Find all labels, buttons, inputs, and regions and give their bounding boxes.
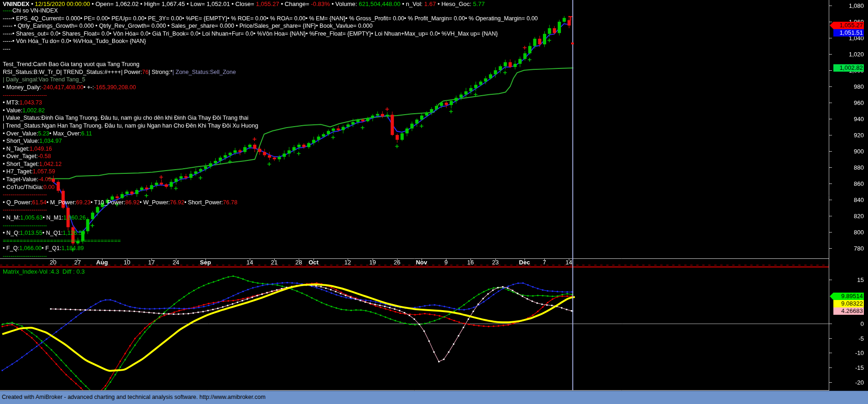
overlay-segment: ----- • Qtrly_Earings_Growth= 0.000 • Qt…	[3, 23, 373, 29]
price-tick-label: 820	[833, 213, 864, 220]
quote-segment: •	[30, 0, 35, 7]
quote-segment: • Heso_Goc:	[436, 0, 473, 7]
overlay-line: -----------------------	[3, 206, 538, 214]
date-tick-day: 21	[271, 259, 277, 266]
quote-segment: 12/15/2020 00:00:00	[35, 0, 90, 7]
overlay-segment: -165,390,208.00	[94, 84, 136, 91]
price-tick-label: 960	[833, 99, 864, 106]
amibroker-window: VNINDEX • 12/15/2020 00:00:00 • Open= 1,…	[0, 0, 868, 404]
overlay-segment: | Strong:*	[149, 69, 173, 75]
indicator-tick-label: -10	[833, 349, 864, 356]
overlay-segment: 76.92	[170, 199, 184, 206]
date-tick-day: 17	[148, 259, 155, 266]
overlay-line: • F_Q:1,066.00• F_Q1:1,184.89	[3, 245, 538, 252]
overlay-segment: | Daily_singal:Vao Trend Tang_5	[3, 76, 85, 83]
overlay-segment: 6.11	[81, 130, 92, 137]
overlay-segment: -----------------------	[3, 222, 47, 229]
overlay-line: • N_M:1,005.63• N_M1:1,060.26	[3, 214, 538, 222]
price-axis[interactable]: 1,0801,0601,0401,0201,000980960940920900…	[830, 0, 868, 391]
overlay-segment: -----------------------	[3, 92, 47, 98]
date-tick-day: 28	[295, 259, 302, 266]
overlay-line	[3, 53, 538, 61]
overlay-segment: 1,013.55	[20, 230, 42, 236]
overlay-segment: 1,060.26	[63, 214, 86, 221]
overlay-line: • Over_Taget:-0.58	[3, 153, 538, 160]
quote-segment: 1,055.27	[256, 0, 279, 7]
overlay-segment: 5.23	[38, 130, 49, 137]
overlay-line: | Value_Status:Đinh Gia Tang Truong. Đâu…	[3, 114, 538, 122]
indicator-value-label: 9.08322	[833, 300, 864, 307]
overlay-segment: 1,057.59	[33, 168, 55, 175]
price-value-label: 1,051.51	[833, 29, 864, 37]
date-tick-month: Nov	[416, 259, 428, 266]
overlay-line: • N_Q:1,013.55• N_Q1:1,126.59	[3, 229, 538, 237]
overlay-line: • Q_Power:61.54• M_Power:69.23• T10_Powe…	[3, 199, 538, 207]
overlay-segment: 1,184.89	[61, 245, 84, 251]
overlay-segment: • N_M:	[3, 214, 20, 221]
status-bar-text: Created with AmiBroker - advanced charti…	[2, 394, 265, 400]
overlay-segment: 1,005.63	[20, 214, 43, 221]
indicator-value-label: 4.26683	[833, 307, 864, 315]
overlay-line: • Short_Taget:1,042.12	[3, 160, 538, 168]
price-tick-label: 880	[833, 164, 864, 171]
indicator-value-label: 9.89514	[833, 293, 864, 300]
price-tick-label: 920	[833, 132, 864, 139]
overlay-segment: • Money_Daily:	[3, 84, 42, 91]
overlay-segment: -----• Vôn Hóa_Tu do= 0.0• %VHoa_Tudo_Bo…	[3, 38, 146, 44]
price-value-label: 1,055.27	[833, 22, 864, 29]
overlay-segment: • Taget-Value:	[3, 176, 38, 183]
quote-segment: • Open= 1,062.02 • High= 1,067.45 • Low=…	[90, 0, 256, 7]
overlay-line: ----	[3, 45, 538, 53]
date-tick-day: 23	[492, 259, 499, 266]
indicator-tick-label: -5	[833, 335, 864, 342]
date-axis[interactable]: 2027Aug101724Sep142128Oct121926Nov91623D…	[0, 259, 829, 267]
price-value-label: 1,002.82	[833, 64, 864, 72]
overlay-segment: ===================================	[3, 238, 121, 244]
overlay-segment: -----------------------	[3, 191, 47, 198]
overlay-line: -----Chi so VN-INDEX	[3, 7, 538, 15]
date-tick-day: 16	[467, 259, 474, 266]
date-tick-day: 14	[247, 259, 253, 266]
overlay-segment: -----	[3, 7, 12, 14]
overlay-segment: 1,066.00	[19, 245, 42, 251]
overlay-segment: 1,002.82	[22, 107, 45, 114]
overlay-segment: 0.00	[43, 184, 54, 190]
price-tick-label: 840	[833, 196, 864, 203]
date-tick-month: Oct	[308, 259, 319, 266]
date-tick-month: Sep	[200, 259, 211, 266]
quote-segment: • Volume:	[330, 0, 359, 7]
date-tick-day: 19	[369, 259, 376, 266]
overlay-segment: 61.54	[32, 199, 46, 206]
date-tick-day: 20	[50, 259, 56, 266]
quote-segment: VNINDEX	[3, 0, 30, 7]
date-tick-day: 10	[124, 259, 130, 266]
overlay-line: • N_Taget:1,049.16	[3, 145, 538, 153]
overlay-line: | Trend_Status:Ngan Han Tang Truong. Đâu…	[3, 122, 538, 130]
overlay-segment: 1,049.16	[30, 146, 52, 152]
quote-segment: -0.83%	[311, 0, 330, 7]
price-tick-label: 800	[833, 229, 864, 236]
overlay-segment: 69.23	[76, 199, 90, 206]
price-tick-label: 900	[833, 148, 864, 155]
overlay-segment: 1,034.97	[39, 138, 62, 144]
overlay-segment: • Max_Over:	[49, 130, 81, 137]
date-tick-day: 27	[74, 259, 81, 266]
overlay-segment: ----	[3, 46, 11, 52]
overlay-segment: • Q_Power:	[3, 199, 32, 206]
quote-segment: • n_Vol:	[400, 0, 424, 7]
overlay-segment: -----• Shares_out= 0.0• Shares_Float= 0.…	[3, 31, 498, 37]
overlay-line: • Value:1,002.82	[3, 107, 538, 115]
quote-segment: 1.67	[424, 0, 436, 7]
overlay-line: ===================================	[3, 237, 538, 245]
overlay-segment: • Short_Power:	[184, 199, 223, 206]
overlay-line: -----• EPS_4Q_Current= 0.000• PE= 0.00• …	[3, 15, 538, 23]
overlay-line: -----------------------	[3, 92, 538, 99]
overlay-segment: • CoTuc/ThiGia:	[3, 184, 43, 190]
label-arrow-icon	[830, 22, 833, 29]
overlay-line: • Taget-Value:-4.05	[3, 176, 538, 184]
overlay-segment: -----------------------	[3, 207, 47, 213]
status-bar: Created with AmiBroker - advanced charti…	[0, 391, 868, 404]
date-tick-day: 24	[173, 259, 179, 266]
overlay-line: • Over_Value:5.23• Max_Over:6.11	[3, 130, 538, 138]
indicator-tick-label: 15	[833, 276, 864, 283]
